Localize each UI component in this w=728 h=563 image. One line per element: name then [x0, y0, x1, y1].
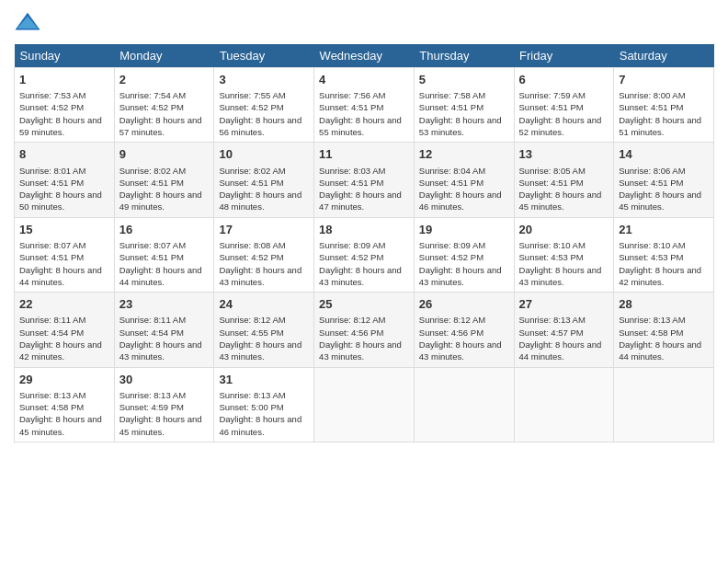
calendar-cell: 16Sunrise: 8:07 AMSunset: 4:51 PMDayligh… — [114, 217, 214, 292]
calendar-cell: 19Sunrise: 8:09 AMSunset: 4:52 PMDayligh… — [414, 217, 514, 292]
col-header-saturday: Saturday — [614, 44, 714, 68]
day-number: 11 — [319, 146, 409, 163]
week-row-2: 8Sunrise: 8:01 AMSunset: 4:51 PMDaylight… — [15, 143, 714, 217]
calendar-cell: 23Sunrise: 8:11 AMSunset: 4:54 PMDayligh… — [114, 293, 214, 367]
day-number: 19 — [419, 222, 509, 238]
calendar-cell: 4Sunrise: 7:56 AMSunset: 4:51 PMDaylight… — [314, 68, 415, 143]
calendar-cell — [414, 367, 514, 442]
day-number: 22 — [19, 296, 109, 313]
week-row-3: 15Sunrise: 8:07 AMSunset: 4:51 PMDayligh… — [15, 217, 714, 292]
day-number: 25 — [319, 296, 409, 313]
calendar-cell: 12Sunrise: 8:04 AMSunset: 4:51 PMDayligh… — [414, 143, 514, 217]
calendar-cell: 28Sunrise: 8:13 AMSunset: 4:58 PMDayligh… — [614, 293, 714, 367]
day-number: 26 — [419, 296, 509, 313]
day-number: 17 — [219, 222, 309, 238]
day-number: 28 — [619, 296, 709, 313]
day-number: 5 — [419, 72, 509, 88]
day-number: 1 — [19, 72, 109, 88]
calendar-cell: 24Sunrise: 8:12 AMSunset: 4:55 PMDayligh… — [214, 293, 314, 367]
day-number: 2 — [119, 72, 210, 88]
day-number: 9 — [119, 146, 210, 163]
calendar-cell: 7Sunrise: 8:00 AMSunset: 4:51 PMDaylight… — [614, 68, 714, 143]
day-number: 13 — [519, 146, 609, 163]
calendar-cell: 6Sunrise: 7:59 AMSunset: 4:51 PMDaylight… — [514, 68, 614, 143]
day-number: 21 — [619, 222, 709, 238]
calendar-table: SundayMondayTuesdayWednesdayThursdayFrid… — [14, 44, 714, 442]
col-header-friday: Friday — [514, 44, 614, 68]
calendar-cell: 10Sunrise: 8:02 AMSunset: 4:51 PMDayligh… — [214, 143, 314, 217]
calendar-cell: 17Sunrise: 8:08 AMSunset: 4:52 PMDayligh… — [214, 217, 314, 292]
calendar-cell: 22Sunrise: 8:11 AMSunset: 4:54 PMDayligh… — [15, 293, 115, 367]
day-number: 31 — [219, 372, 309, 388]
calendar-cell: 3Sunrise: 7:55 AMSunset: 4:52 PMDaylight… — [214, 68, 314, 143]
calendar-cell: 31Sunrise: 8:13 AMSunset: 5:00 PMDayligh… — [214, 367, 314, 442]
day-number: 4 — [319, 72, 409, 88]
week-row-5: 29Sunrise: 8:13 AMSunset: 4:58 PMDayligh… — [15, 367, 714, 442]
calendar-cell — [614, 367, 714, 442]
svg-marker-1 — [17, 17, 39, 29]
header-row: SundayMondayTuesdayWednesdayThursdayFrid… — [15, 44, 714, 68]
day-number: 18 — [319, 222, 409, 238]
calendar-cell: 20Sunrise: 8:10 AMSunset: 4:53 PMDayligh… — [514, 217, 614, 292]
calendar-cell: 21Sunrise: 8:10 AMSunset: 4:53 PMDayligh… — [614, 217, 714, 292]
logo — [14, 9, 45, 37]
calendar-cell — [314, 367, 415, 442]
day-number: 8 — [19, 146, 109, 163]
calendar-cell: 1Sunrise: 7:53 AMSunset: 4:52 PMDaylight… — [15, 68, 115, 143]
day-number: 7 — [619, 72, 709, 88]
col-header-monday: Monday — [114, 44, 214, 68]
col-header-thursday: Thursday — [414, 44, 514, 68]
day-number: 10 — [219, 146, 309, 163]
page-container: SundayMondayTuesdayWednesdayThursdayFrid… — [0, 0, 728, 452]
day-number: 30 — [119, 372, 210, 388]
calendar-cell: 11Sunrise: 8:03 AMSunset: 4:51 PMDayligh… — [314, 143, 415, 217]
calendar-cell: 14Sunrise: 8:06 AMSunset: 4:51 PMDayligh… — [614, 143, 714, 217]
calendar-cell: 30Sunrise: 8:13 AMSunset: 4:59 PMDayligh… — [114, 367, 214, 442]
calendar-cell — [514, 367, 614, 442]
day-number: 24 — [219, 296, 309, 313]
day-number: 27 — [519, 296, 609, 313]
col-header-tuesday: Tuesday — [214, 44, 314, 68]
week-row-4: 22Sunrise: 8:11 AMSunset: 4:54 PMDayligh… — [15, 293, 714, 367]
calendar-cell: 26Sunrise: 8:12 AMSunset: 4:56 PMDayligh… — [414, 293, 514, 367]
calendar-cell: 5Sunrise: 7:58 AMSunset: 4:51 PMDaylight… — [414, 68, 514, 143]
calendar-cell: 27Sunrise: 8:13 AMSunset: 4:57 PMDayligh… — [514, 293, 614, 367]
calendar-cell: 25Sunrise: 8:12 AMSunset: 4:56 PMDayligh… — [314, 293, 415, 367]
day-number: 15 — [19, 222, 109, 238]
col-header-wednesday: Wednesday — [314, 44, 415, 68]
calendar-cell: 8Sunrise: 8:01 AMSunset: 4:51 PMDaylight… — [15, 143, 115, 217]
day-number: 29 — [19, 372, 109, 388]
day-number: 23 — [119, 296, 210, 313]
calendar-cell: 18Sunrise: 8:09 AMSunset: 4:52 PMDayligh… — [314, 217, 415, 292]
day-number: 16 — [119, 222, 210, 238]
calendar-cell: 29Sunrise: 8:13 AMSunset: 4:58 PMDayligh… — [15, 367, 115, 442]
col-header-sunday: Sunday — [15, 44, 115, 68]
week-row-1: 1Sunrise: 7:53 AMSunset: 4:52 PMDaylight… — [15, 68, 714, 143]
page-header — [14, 9, 714, 37]
day-number: 6 — [519, 72, 609, 88]
calendar-cell: 2Sunrise: 7:54 AMSunset: 4:52 PMDaylight… — [114, 68, 214, 143]
day-number: 12 — [419, 146, 509, 163]
calendar-cell: 13Sunrise: 8:05 AMSunset: 4:51 PMDayligh… — [514, 143, 614, 217]
day-number: 14 — [619, 146, 709, 163]
calendar-cell: 9Sunrise: 8:02 AMSunset: 4:51 PMDaylight… — [114, 143, 214, 217]
day-number: 20 — [519, 222, 609, 238]
day-number: 3 — [219, 72, 309, 88]
calendar-cell: 15Sunrise: 8:07 AMSunset: 4:51 PMDayligh… — [15, 217, 115, 292]
logo-icon — [14, 9, 41, 37]
